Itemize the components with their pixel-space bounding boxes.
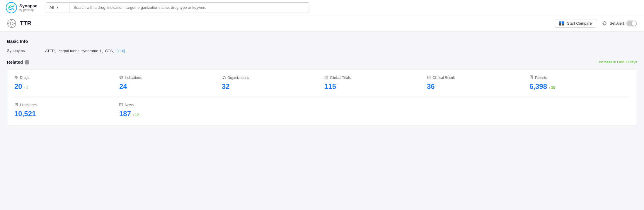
compare-svg-icon [559, 21, 565, 26]
stat-literatures[interactable]: Literatures 10,521 [14, 103, 117, 118]
synonyms-text: ATTR、carpal tunnel syndrome 1、CTS、 [45, 49, 117, 53]
patents-label: Patents [529, 75, 627, 80]
organizations-value: 32 [222, 82, 230, 91]
news-increase: ↑ 12 [133, 113, 139, 117]
increase-arrow-icon: ↑ [596, 60, 598, 64]
news-up-arrow-icon: ↑ [133, 113, 134, 117]
literatures-label: Literatures [14, 103, 115, 107]
drugs-up-arrow-icon: ↑ [24, 86, 26, 89]
drugs-label-text: Drugs [20, 76, 29, 80]
clinical-trials-value: 115 [324, 82, 336, 91]
logo-by-text: by patsnap [19, 9, 38, 12]
basic-info-title: Basic Info [7, 39, 637, 44]
logo-text: Synapse by patsnap [19, 3, 38, 12]
related-title-area: Related i [7, 60, 29, 65]
search-bar[interactable]: All ▼ [46, 2, 309, 13]
svg-point-2 [12, 6, 13, 7]
news-value: 187 [119, 110, 131, 118]
patents-up-arrow-icon: ↑ [549, 86, 551, 89]
stat-drugs[interactable]: Drugs 20 ↑ 1 [14, 75, 117, 91]
clinical-trials-label: Clinical Trials [324, 75, 422, 80]
clinical-result-label-text: Clinical Result [432, 76, 455, 80]
increase-label: ↑ Increase in Last 30 days [596, 60, 637, 64]
search-input[interactable] [74, 5, 305, 10]
related-info-icon[interactable]: i [25, 60, 29, 65]
news-value-row: 187 ↑ 12 [119, 110, 217, 118]
stat-indications[interactable]: Indications 24 [117, 75, 219, 91]
news-icon [119, 103, 123, 107]
svg-rect-31 [120, 103, 123, 106]
header-actions: Start Compare Set Alert [555, 19, 637, 28]
drugs-icon [14, 75, 18, 80]
app-header: Synapse by patsnap All ▼ [0, 0, 644, 15]
stat-patents[interactable]: Patents 6,398 ↑ 38 [527, 75, 630, 91]
svg-rect-9 [562, 21, 564, 24]
page-header: TTR Start Compare Set Alert [0, 15, 644, 32]
stats-card: Drugs 20 ↑ 1 [7, 69, 637, 125]
main-content: Basic Info Synonyms ATTR、carpal tunnel s… [0, 32, 644, 132]
literatures-icon [14, 103, 18, 107]
search-input-wrapper[interactable] [69, 3, 309, 13]
organizations-icon [222, 75, 226, 80]
svg-point-4 [10, 22, 13, 25]
related-header: Related i ↑ Increase in Last 30 days [7, 60, 637, 65]
synapse-logo-icon [6, 2, 17, 13]
drugs-increase-value: 1 [26, 86, 28, 90]
clinical-result-icon [427, 75, 431, 80]
drugs-label: Drugs [14, 75, 115, 80]
organizations-label-text: Organizations [227, 76, 249, 80]
patents-increase: ↑ 38 [549, 86, 555, 90]
svg-point-0 [6, 2, 17, 13]
stats-grid-row2: Literatures 10,521 News 187 [14, 103, 630, 118]
synonyms-label: Synonyms [7, 48, 33, 53]
alert-bell-icon [602, 21, 607, 26]
patents-increase-value: 38 [551, 86, 555, 90]
indications-label-text: Indications [125, 76, 142, 80]
indications-value: 24 [119, 82, 127, 91]
svg-point-1 [9, 7, 11, 8]
stats-grid-row1: Drugs 20 ↑ 1 [14, 75, 630, 97]
stat-news[interactable]: News 187 ↑ 12 [117, 103, 219, 118]
literatures-label-text: Literatures [20, 103, 37, 107]
svg-rect-8 [559, 21, 561, 23]
synonyms-more-link[interactable]: [+10] [117, 49, 125, 53]
set-alert-area: Set Alert [602, 21, 637, 26]
patents-label-text: Patents [535, 76, 547, 80]
clinical-trials-label-text: Clinical Trials [330, 76, 351, 80]
patents-value-row: 6,398 ↑ 38 [529, 82, 627, 91]
start-compare-button[interactable]: Start Compare [555, 19, 596, 28]
drugs-increase: ↑ 1 [24, 86, 28, 90]
related-section: Related i ↑ Increase in Last 30 days Dru… [7, 60, 637, 125]
indications-icon [119, 75, 123, 80]
clinical-result-value: 36 [427, 82, 435, 91]
clinical-result-label: Clinical Result [427, 75, 525, 80]
svg-rect-17 [223, 76, 224, 77]
dropdown-arrow-icon: ▼ [56, 6, 59, 9]
start-compare-label: Start Compare [567, 21, 592, 26]
page-title-area: TTR [7, 19, 31, 28]
news-increase-value: 12 [135, 113, 139, 117]
svg-point-5 [9, 21, 14, 26]
clinical-trials-icon [324, 75, 328, 80]
set-alert-toggle[interactable] [626, 21, 637, 26]
logo-area: Synapse by patsnap [6, 2, 41, 13]
filter-selected: All [50, 5, 54, 10]
organizations-label: Organizations [222, 75, 320, 80]
news-label-text: News [125, 103, 134, 107]
page-title: TTR [20, 20, 31, 27]
filter-dropdown[interactable]: All ▼ [46, 3, 69, 13]
increase-label-text: Increase in Last 30 days [599, 60, 637, 64]
patents-value: 6,398 [529, 82, 547, 91]
drugs-value: 20 [14, 82, 22, 91]
synonyms-row: Synonyms ATTR、carpal tunnel syndrome 1、C… [7, 48, 637, 54]
related-title: Related [7, 60, 23, 65]
stat-clinical-trials[interactable]: Clinical Trials 115 [322, 75, 425, 91]
patents-icon [529, 75, 533, 80]
compare-icon [559, 21, 565, 26]
stat-organizations[interactable]: Organizations 32 [219, 75, 322, 91]
organizations-value-row: 32 [222, 82, 320, 91]
set-alert-label: Set Alert [610, 21, 624, 26]
svg-rect-18 [223, 78, 224, 79]
literatures-value: 10,521 [14, 110, 36, 118]
stat-clinical-result[interactable]: Clinical Result 36 [425, 75, 527, 91]
